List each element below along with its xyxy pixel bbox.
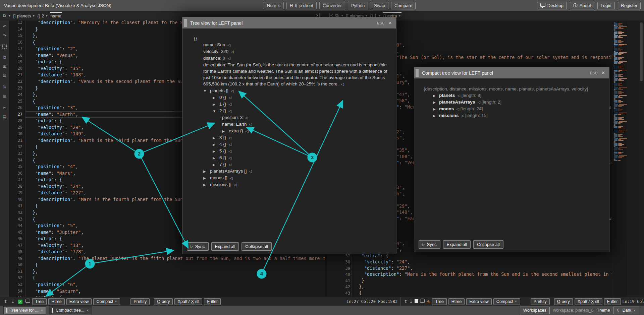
goto-source-icon[interactable]: ◁ — [249, 122, 252, 126]
expand-node-icon[interactable]: ▶ — [203, 182, 210, 188]
right-xpath-xslt-button[interactable]: Xpath/Xslt — [575, 298, 602, 305]
menu-button-converter[interactable]: Converter — [319, 2, 345, 9]
login-button[interactable]: Login — [597, 2, 615, 9]
menu-button-swap[interactable]: Swap — [371, 2, 388, 9]
expand-node-icon[interactable]: ▶ — [213, 162, 219, 168]
goto-source-icon[interactable]: ◁ — [227, 56, 230, 60]
code-row[interactable]: 49 "description": "The planet Jupiter is… — [9, 255, 325, 262]
theme-select[interactable]: ☾ Dark ▼ — [613, 307, 639, 314]
view-tab-1[interactable]: Compact tree...× — [49, 306, 92, 314]
left-extra-view-button[interactable]: Extra view — [66, 298, 92, 305]
import-icon[interactable]: ↧ — [409, 299, 413, 304]
tree-node-9[interactable]: position: 3◁ — [182, 114, 396, 121]
workspaces-button[interactable]: Workspaces — [520, 307, 550, 314]
redo-icon[interactable]: ↷ — [2, 33, 8, 39]
goto-source-icon[interactable]: ◁ — [457, 93, 460, 98]
expand-node-icon[interactable]: ▶ — [433, 106, 439, 112]
expand-node-icon[interactable]: ▶ — [433, 113, 439, 119]
tree-view-expand-all-button[interactable]: Expand all — [211, 242, 239, 251]
right-filter-button[interactable]: Filter — [604, 298, 621, 305]
expand-node-icon[interactable]: ▶ — [213, 135, 219, 141]
export-icon[interactable]: ↥ — [3, 299, 8, 304]
goto-source-icon[interactable]: ◁ — [230, 176, 232, 180]
tree-node-7[interactable]: ▶1 {}◁ — [182, 101, 396, 108]
close-icon[interactable]: × — [41, 308, 43, 312]
warning-icon[interactable]: ⚠ — [426, 299, 431, 304]
menu-button-compare[interactable]: Compare — [391, 2, 416, 9]
breadcrumb-left-1[interactable]: {}2▼ — [37, 13, 48, 18]
left-xpath-xslt-button[interactable]: Xpath/Xslt — [174, 298, 202, 305]
tree-node-6[interactable]: ▶0 {}◁ — [182, 94, 396, 101]
code-row[interactable]: 51 }, — [9, 268, 325, 275]
goto-source-icon[interactable]: ◁ — [228, 149, 231, 153]
goto-source-icon[interactable]: ◁ — [228, 109, 231, 113]
left-query-button[interactable]: Query — [154, 298, 173, 305]
compact-tree-expand-all-button[interactable]: Expand all — [443, 240, 471, 249]
drag-grip-icon[interactable] — [184, 19, 187, 27]
expand-node-icon[interactable]: ▶ — [213, 148, 219, 154]
expand-node-icon[interactable]: ▶ — [213, 101, 219, 108]
expand-node-icon[interactable]: ▶ — [203, 168, 210, 175]
goto-source-icon[interactable]: ◁ — [231, 50, 233, 54]
tree-node-3[interactable]: distance: 0◁ — [182, 55, 396, 62]
db-icon[interactable] — [25, 299, 31, 304]
right-compact-button[interactable]: Compact▼ — [493, 298, 520, 305]
tree-node-11[interactable]: ▶extra {}◁ — [182, 128, 396, 134]
close-icon[interactable]: ✕ — [601, 70, 605, 75]
expand-node-icon[interactable]: ▶ — [213, 155, 219, 161]
cut-icon[interactable]: ✂ — [2, 105, 8, 111]
goto-source-icon[interactable]: ◁ — [461, 114, 464, 118]
goto-source-icon[interactable]: ◁ — [477, 100, 480, 104]
code-row[interactable]: 40 "description": "Mars is the fourth pl… — [327, 271, 612, 278]
menu-button-python[interactable]: Python — [348, 2, 368, 9]
tree-node-18[interactable]: ▶moons []◁ — [182, 175, 396, 181]
goto-source-icon[interactable]: ◁ — [228, 156, 231, 160]
menu-button-notes[interactable]: Notes — [264, 2, 284, 9]
right-htree-button[interactable]: Htree — [448, 298, 465, 305]
right-query-button[interactable]: Query — [554, 298, 573, 305]
expand-node-icon[interactable]: ▶ — [222, 128, 229, 134]
compact-tree-sync-button[interactable]: ▷Sync — [419, 240, 440, 249]
breadcrumb-left-0[interactable]: []planets▼ — [13, 13, 35, 18]
compact-node-3[interactable]: ▶missions◁[length: 15] — [414, 112, 609, 119]
goto-source-icon[interactable]: ◁ — [228, 136, 231, 140]
paste-icon[interactable]: ⊞ — [2, 63, 8, 69]
left-filter-button[interactable]: Filter — [204, 298, 221, 305]
expand-node-icon[interactable]: ▶ — [203, 175, 210, 181]
tree-node-12[interactable]: ▶3 {}◁ — [182, 134, 396, 141]
code-row[interactable]: 52 { — [9, 275, 325, 281]
undo-icon[interactable]: ↶ — [2, 24, 8, 30]
expand-node-icon[interactable]: ▶ — [433, 99, 439, 106]
code-row[interactable]: 55 "extra": { — [9, 295, 325, 297]
view-tab-0[interactable]: Tree view for ...× — [3, 306, 46, 314]
expand-node-icon[interactable]: ▶ — [433, 92, 439, 99]
tree-node-13[interactable]: ▶4 {}◁ — [182, 141, 396, 148]
expand-node-icon[interactable]: ▶ — [213, 141, 219, 148]
code-row[interactable]: 38 "velocity": "24", — [327, 259, 612, 265]
goto-source-icon[interactable]: ◁ — [245, 116, 248, 120]
compact-node-2[interactable]: ▶moons◁[length: 24] — [414, 106, 609, 112]
tree-node-0[interactable]: {} — [182, 35, 396, 42]
tree-node-5[interactable]: ▼planets []◁ — [182, 87, 396, 94]
goto-source-icon[interactable]: ◁ — [227, 43, 230, 47]
drag-grip-icon[interactable] — [416, 69, 419, 77]
expand-node-icon[interactable]: ▶ — [213, 94, 219, 101]
compact-tree-dialog-titlebar[interactable]: Compact tree view for LEFT panel ESC ✕ — [414, 67, 609, 78]
close-icon[interactable]: × — [87, 308, 89, 312]
register-button[interactable]: Register — [618, 2, 641, 9]
tree-node-14[interactable]: ▶5 {}◁ — [182, 148, 396, 154]
goto-source-icon[interactable]: ◁ — [231, 89, 233, 93]
left-htree-button[interactable]: Htree — [48, 298, 65, 305]
tree-node-17[interactable]: ▶planetsAsArrays []◁ — [182, 168, 396, 175]
archive-icon[interactable]: ▤ — [2, 114, 8, 120]
desktop-button[interactable]: Desktop — [537, 2, 567, 9]
paste-special-icon[interactable]: ⊟ — [2, 72, 8, 78]
tree-node-19[interactable]: ▶missions []◁ — [182, 181, 396, 188]
tree-node-10[interactable]: name: Earth◁ — [182, 121, 396, 128]
right-prettify-button[interactable]: Prettify — [531, 298, 550, 305]
goto-source-icon[interactable]: ◁ — [228, 142, 231, 146]
scrollbar-vertical[interactable] — [639, 20, 643, 297]
tree-view-sync-button[interactable]: ▷Sync — [187, 242, 209, 251]
scrollbar-thumb[interactable] — [640, 22, 643, 81]
goto-source-icon[interactable]: ◁ — [228, 96, 231, 100]
